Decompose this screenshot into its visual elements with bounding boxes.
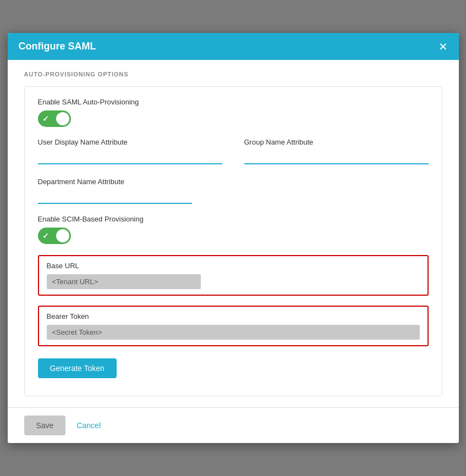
section-title: AUTO-PROVISIONING OPTIONS bbox=[24, 71, 442, 78]
generate-token-button[interactable]: Generate Token bbox=[38, 358, 117, 378]
enable-scim-toggle[interactable]: ✓ bbox=[38, 228, 71, 244]
toggle-check-icon: ✓ bbox=[42, 114, 49, 123]
department-name-label: Department Name Attribute bbox=[38, 178, 192, 186]
toggle2-knob bbox=[56, 229, 69, 242]
base-url-value: <Tenant URL> bbox=[47, 274, 201, 289]
user-display-name-label: User Display Name Attribute bbox=[38, 138, 222, 146]
cancel-button[interactable]: Cancel bbox=[76, 421, 101, 430]
auto-provisioning-section: AUTO-PROVISIONING OPTIONS Enable SAML Au… bbox=[8, 60, 459, 407]
base-url-box: Base URL <Tenant URL> bbox=[38, 255, 429, 296]
base-url-label: Base URL bbox=[47, 262, 420, 270]
bearer-token-box: Bearer Token <Secret Token> bbox=[38, 306, 429, 346]
group-name-input[interactable] bbox=[244, 151, 429, 164]
provisioning-card: Enable SAML Auto-Provisioning ✓ User Dis… bbox=[24, 86, 442, 396]
user-display-name-field: User Display Name Attribute bbox=[38, 138, 222, 164]
modal-footer: Save Cancel bbox=[8, 407, 459, 443]
configure-saml-modal: Configure SAML ✕ AUTO-PROVISIONING OPTIO… bbox=[8, 33, 459, 443]
enable-saml-toggle[interactable]: ✓ bbox=[38, 110, 71, 127]
group-name-label: Group Name Attribute bbox=[244, 138, 429, 146]
user-display-name-input[interactable] bbox=[38, 151, 222, 164]
save-button[interactable]: Save bbox=[24, 416, 66, 435]
modal-overlay: Configure SAML ✕ AUTO-PROVISIONING OPTIO… bbox=[0, 0, 466, 476]
modal-title: Configure SAML bbox=[19, 41, 96, 52]
name-attributes-row: User Display Name Attribute Group Name A… bbox=[38, 138, 429, 164]
toggle-knob bbox=[56, 112, 69, 125]
toggle2-check-icon: ✓ bbox=[42, 231, 49, 240]
modal-body: AUTO-PROVISIONING OPTIONS Enable SAML Au… bbox=[8, 60, 459, 407]
modal-header: Configure SAML ✕ bbox=[8, 33, 459, 60]
group-name-field: Group Name Attribute bbox=[244, 138, 429, 164]
department-name-input[interactable] bbox=[38, 190, 192, 204]
department-name-field: Department Name Attribute bbox=[38, 178, 192, 204]
department-name-row: Department Name Attribute bbox=[38, 178, 429, 204]
enable-scim-label: Enable SCIM-Based Provisioning bbox=[38, 215, 429, 223]
enable-saml-field: Enable SAML Auto-Provisioning ✓ bbox=[38, 98, 429, 127]
modal-close-button[interactable]: ✕ bbox=[438, 41, 448, 52]
enable-scim-field: Enable SCIM-Based Provisioning ✓ bbox=[38, 215, 429, 244]
bearer-token-value: <Secret Token> bbox=[47, 325, 420, 340]
enable-saml-label: Enable SAML Auto-Provisioning bbox=[38, 98, 429, 106]
bearer-token-label: Bearer Token bbox=[47, 312, 420, 320]
